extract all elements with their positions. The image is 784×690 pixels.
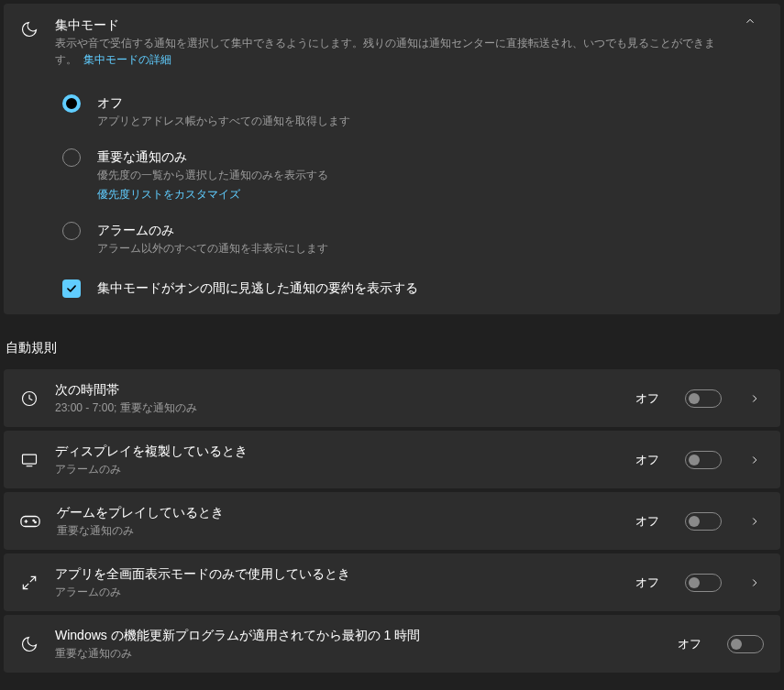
rule-fullscreen-state: オフ	[635, 575, 659, 591]
focus-option-alarms-desc: アラーム以外のすべての通知を非表示にします	[97, 240, 328, 257]
radio-priority[interactable]	[62, 148, 81, 167]
summary-checkbox-label: 集中モードがオンの間に見逃した通知の要約を表示する	[97, 279, 418, 298]
rule-display-desc: アラームのみ	[55, 461, 619, 477]
rule-display[interactable]: ディスプレイを複製しているとき アラームのみ オフ	[4, 431, 780, 488]
svg-line-7	[30, 576, 36, 582]
moon-icon	[20, 635, 39, 653]
focus-assist-title: 集中モード	[55, 15, 720, 35]
rule-game[interactable]: ゲームをプレイしているとき 重要な通知のみ オフ	[4, 492, 780, 550]
rule-fullscreen[interactable]: アプリを全画面表示モードのみで使用しているとき アラームのみ オフ	[4, 553, 780, 611]
rule-display-toggle[interactable]	[685, 451, 722, 469]
rule-time-title: 次の時間帯	[55, 380, 619, 400]
focus-assist-panel: 集中モード 表示や音で受信する通知を選択して集中できるようにします。残りの通知は…	[4, 4, 780, 314]
focus-option-off-desc: アプリとアドレス帳からすべての通知を取得します	[97, 113, 350, 129]
chevron-up-icon[interactable]	[736, 15, 764, 27]
rule-update-state: オフ	[678, 636, 701, 652]
svg-point-6	[35, 521, 36, 522]
rule-time-desc: 23:00 - 7:00; 重要な通知のみ	[55, 400, 619, 416]
chevron-right-icon[interactable]	[745, 392, 764, 405]
focus-option-off-label: オフ	[97, 93, 350, 113]
radio-off[interactable]	[62, 94, 81, 113]
focus-assist-learn-more-link[interactable]: 集中モードの詳細	[83, 53, 171, 66]
automatic-rules-heading: 自動規則	[6, 340, 780, 356]
svg-line-8	[23, 584, 28, 589]
customize-priority-link[interactable]: 優先度リストをカスタマイズ	[97, 187, 240, 203]
moon-icon	[20, 20, 39, 38]
focus-option-priority-label: 重要な通知のみ	[97, 148, 328, 167]
chevron-right-icon[interactable]	[745, 576, 764, 589]
rule-fullscreen-desc: アラームのみ	[55, 584, 619, 600]
rule-update[interactable]: Windows の機能更新プログラムが適用されてから最初の 1 時間 重要な通知…	[4, 615, 780, 673]
rule-game-desc: 重要な通知のみ	[57, 522, 619, 539]
focus-assist-body: オフ アプリとアドレス帳からすべての通知を取得します 重要な通知のみ 優先度の一…	[4, 79, 780, 314]
fullscreen-icon	[20, 574, 39, 592]
summary-checkbox-row[interactable]: 集中モードがオンの間に見逃した通知の要約を表示する	[62, 266, 764, 298]
rule-update-title: Windows の機能更新プログラムが適用されてから最初の 1 時間	[55, 626, 661, 645]
rule-display-state: オフ	[635, 452, 659, 468]
focus-option-priority-desc: 優先度の一覧から選択した通知のみを表示する	[97, 167, 328, 183]
focus-option-off[interactable]: オフ アプリとアドレス帳からすべての通知を取得します	[62, 84, 764, 138]
focus-assist-text: 集中モード 表示や音で受信する通知を選択して集中できるようにします。残りの通知は…	[55, 15, 720, 68]
rule-update-toggle[interactable]	[727, 635, 764, 653]
rule-game-state: オフ	[635, 513, 659, 530]
monitor-icon	[20, 451, 39, 469]
focus-assist-header[interactable]: 集中モード 表示や音で受信する通知を選択して集中できるようにします。残りの通知は…	[4, 4, 780, 79]
rule-fullscreen-title: アプリを全画面表示モードのみで使用しているとき	[55, 564, 619, 584]
focus-option-priority[interactable]: 重要な通知のみ 優先度の一覧から選択した通知のみを表示する 優先度リストをカスタ…	[62, 138, 764, 212]
rule-time-toggle[interactable]	[685, 389, 722, 408]
focus-option-alarms[interactable]: アラームのみ アラーム以外のすべての通知を非表示にします	[62, 212, 764, 266]
rule-game-toggle[interactable]	[685, 512, 722, 531]
rule-time-state: オフ	[635, 390, 659, 407]
chevron-right-icon[interactable]	[745, 454, 764, 466]
rule-display-title: ディスプレイを複製しているとき	[55, 442, 619, 461]
focus-option-alarms-label: アラームのみ	[97, 221, 328, 240]
chevron-right-icon[interactable]	[745, 515, 764, 528]
radio-alarms[interactable]	[62, 222, 81, 240]
svg-rect-1	[23, 455, 37, 464]
rule-fullscreen-toggle[interactable]	[685, 574, 722, 592]
rule-game-title: ゲームをプレイしているとき	[57, 503, 619, 522]
clock-icon	[20, 389, 39, 408]
focus-assist-desc: 表示や音で受信する通知を選択して集中できるようにします。残りの通知は通知センター…	[55, 35, 720, 68]
rule-update-desc: 重要な通知のみ	[55, 645, 661, 662]
svg-point-5	[33, 520, 34, 520]
rule-time[interactable]: 次の時間帯 23:00 - 7:00; 重要な通知のみ オフ	[4, 369, 780, 427]
gamepad-icon	[20, 512, 40, 531]
summary-checkbox[interactable]	[62, 279, 81, 298]
